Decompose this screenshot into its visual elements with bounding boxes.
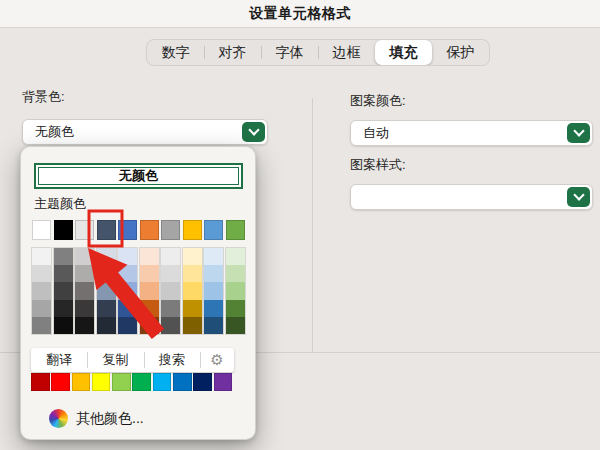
variant-swatch[interactable] [54,317,73,334]
variant-swatch[interactable] [161,248,180,265]
standard-swatch[interactable] [31,373,50,391]
background-color-select[interactable]: 无颜色 [22,119,268,145]
standard-swatch[interactable] [112,373,131,391]
variant-swatch[interactable] [97,282,116,299]
variant-swatch[interactable] [183,265,202,282]
variant-swatch[interactable] [161,282,180,299]
standard-swatch[interactable] [214,373,233,391]
column-divider [312,98,313,352]
variant-swatch[interactable] [204,300,223,317]
variant-swatch[interactable] [75,282,94,299]
variant-swatch[interactable] [140,248,159,265]
variant-swatch[interactable] [75,248,94,265]
chevron-down-icon[interactable] [242,122,265,142]
theme-swatch[interactable] [204,220,223,240]
chevron-down-icon[interactable] [567,187,590,207]
tab-5[interactable]: 填充 [375,40,432,65]
theme-swatch[interactable] [140,220,159,240]
variant-swatch[interactable] [204,248,223,265]
variant-swatch[interactable] [226,300,245,317]
theme-swatch[interactable] [226,220,245,240]
tab-2[interactable]: 对齐 [204,40,261,65]
color-picker-popup: 无颜色 主题颜色 翻译复制搜索⚙ 其他颜色... [20,146,256,440]
standard-colors-row [31,373,232,391]
variant-swatch[interactable] [75,300,94,317]
theme-variants-grid [32,248,245,334]
variant-swatch[interactable] [118,248,137,265]
dialog-title: 设置单元格格式 [249,5,351,23]
variant-swatch[interactable] [32,317,51,334]
variant-swatch[interactable] [226,317,245,334]
variant-swatch[interactable] [75,265,94,282]
toolbar-button[interactable]: 复制 [87,348,143,372]
theme-swatch[interactable] [161,220,180,240]
chevron-down-icon[interactable] [567,123,590,143]
variant-swatch[interactable] [97,317,116,334]
variant-swatch[interactable] [97,265,116,282]
variant-swatch[interactable] [161,317,180,334]
gear-icon[interactable]: ⚙ [200,348,234,372]
standard-swatch[interactable] [92,373,111,391]
variant-swatch[interactable] [204,282,223,299]
variant-swatch[interactable] [226,282,245,299]
no-color-button[interactable]: 无颜色 [34,163,243,189]
variant-column [97,248,116,334]
variant-swatch[interactable] [183,282,202,299]
theme-swatch[interactable] [54,220,73,240]
variant-swatch[interactable] [183,248,202,265]
tab-6[interactable]: 保护 [432,40,489,65]
variant-swatch[interactable] [118,300,137,317]
variant-swatch[interactable] [54,300,73,317]
variant-swatch[interactable] [118,282,137,299]
pattern-color-select[interactable]: 自动 [350,120,593,146]
variant-swatch[interactable] [140,265,159,282]
variant-swatch[interactable] [118,317,137,334]
theme-swatch[interactable] [118,220,137,240]
variant-swatch[interactable] [32,282,51,299]
theme-swatch[interactable] [32,220,51,240]
variant-swatch[interactable] [161,265,180,282]
standard-swatch[interactable] [72,373,91,391]
variant-swatch[interactable] [140,282,159,299]
background-color-value: 无颜色 [35,123,74,141]
variant-swatch[interactable] [97,300,116,317]
variant-swatch[interactable] [204,265,223,282]
standard-swatch[interactable] [132,373,151,391]
tab-1[interactable]: 数字 [147,40,204,65]
variant-swatch[interactable] [75,317,94,334]
variant-swatch[interactable] [226,248,245,265]
variant-column [54,248,73,334]
standard-swatch[interactable] [193,373,212,391]
standard-swatch[interactable] [173,373,192,391]
variant-swatch[interactable] [226,265,245,282]
pattern-style-select[interactable] [350,184,593,210]
variant-swatch[interactable] [118,265,137,282]
standard-swatch[interactable] [153,373,172,391]
variant-swatch[interactable] [54,282,73,299]
variant-swatch[interactable] [32,248,51,265]
theme-swatch[interactable] [183,220,202,240]
theme-swatch[interactable] [97,220,116,240]
background-color-label: 背景色: [22,88,65,106]
variant-swatch[interactable] [54,265,73,282]
variant-swatch[interactable] [204,317,223,334]
more-colors-button[interactable]: 其他颜色... [49,409,144,428]
variant-swatch[interactable] [140,317,159,334]
standard-swatch[interactable] [51,373,70,391]
variant-swatch[interactable] [140,300,159,317]
variant-swatch[interactable] [161,300,180,317]
variant-swatch[interactable] [32,265,51,282]
toolbar-button[interactable]: 搜索 [144,348,200,372]
variant-swatch[interactable] [32,300,51,317]
variant-swatch[interactable] [54,248,73,265]
variant-swatch[interactable] [183,300,202,317]
variant-column [140,248,159,334]
tab-3[interactable]: 字体 [261,40,318,65]
tab-4[interactable]: 边框 [318,40,375,65]
variant-swatch[interactable] [97,248,116,265]
selection-toolbar: 翻译复制搜索⚙ [31,348,234,372]
theme-swatch[interactable] [75,220,94,240]
toolbar-button[interactable]: 翻译 [31,348,87,372]
variant-column [161,248,180,334]
variant-swatch[interactable] [183,317,202,334]
